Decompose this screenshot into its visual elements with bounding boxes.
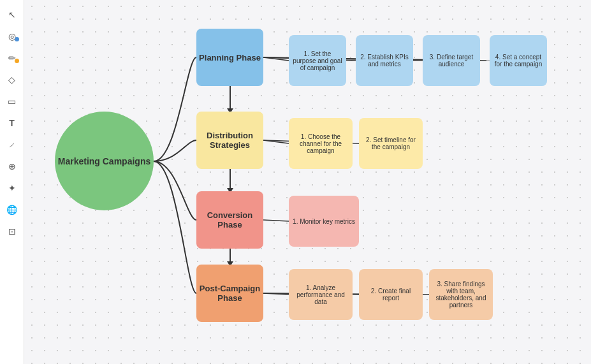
shape-outline-tool[interactable]: ◇: [4, 71, 20, 88]
pen-tool[interactable]: ✏: [4, 50, 20, 66]
planning-sub-4[interactable]: 4. Set a concept for the campaign: [490, 35, 547, 86]
star-tool[interactable]: ✦: [4, 180, 20, 196]
conversion-sub-1[interactable]: 1. Monitor key metrics: [289, 196, 359, 247]
globe-tool[interactable]: 🌐: [4, 201, 20, 218]
sticky-note-tool[interactable]: ▭: [4, 93, 20, 110]
postcampaign-sub-2[interactable]: 2. Create final report: [359, 269, 423, 320]
postcampaign-sub-3[interactable]: 3. Share findings with team, stakeholder…: [429, 269, 493, 320]
text-tool[interactable]: T: [4, 115, 20, 131]
distribution-sub-1[interactable]: 1. Choose the channel for the campaign: [289, 118, 353, 169]
planning-sub-2[interactable]: 2. Establish KPIs and metrics: [356, 35, 413, 86]
line-tool[interactable]: ⟋: [4, 136, 20, 153]
distribution-sub-2[interactable]: 2. Set timeline for the campaign: [359, 118, 423, 169]
planning-sub-1[interactable]: 1. Set the purpose and goal of campaign: [289, 35, 346, 86]
distribution-phase-box[interactable]: Distribution Strategies: [196, 112, 263, 169]
center-node[interactable]: Marketing Campaigns: [55, 112, 154, 210]
planning-sub-3[interactable]: 3. Define target audience: [423, 35, 480, 86]
shapes-tool[interactable]: ◎: [4, 28, 20, 45]
cursor-tool[interactable]: ↖: [4, 6, 20, 23]
conversion-phase-box[interactable]: Conversion Phase: [196, 191, 263, 249]
toolbar: ↖ ◎ ✏ ◇ ▭ T ⟋ ⊕ ✦ 🌐 ⊡: [0, 0, 24, 364]
shape-dot: [15, 59, 19, 63]
integration-tool[interactable]: ⊕: [4, 158, 20, 175]
svg-line-10: [263, 220, 289, 221]
image-tool[interactable]: ⊡: [4, 223, 20, 240]
postcampaign-phase-box[interactable]: Post-Campaign Phase: [196, 265, 263, 322]
pen-dot: [15, 37, 19, 41]
postcampaign-sub-1[interactable]: 1. Analyze performance and data: [289, 269, 353, 320]
planning-phase-box[interactable]: Planning Phase: [196, 29, 263, 86]
canvas: Marketing Campaigns Planning Phase Distr…: [24, 0, 591, 364]
